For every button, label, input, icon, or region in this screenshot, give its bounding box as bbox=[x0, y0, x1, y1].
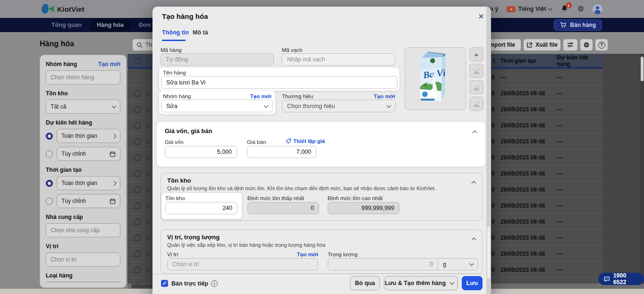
direct-sale-checkbox[interactable]: ✓ bbox=[161, 280, 168, 287]
vertical-scrollbar-thumb[interactable] bbox=[641, 57, 644, 81]
nav-item-tong-quan[interactable]: Tổng quan bbox=[45, 19, 88, 31]
weight-input[interactable]: 0 bbox=[328, 259, 438, 270]
row-checkbox[interactable] bbox=[134, 138, 140, 144]
plus-icon: + bbox=[475, 50, 479, 59]
search-icon bbox=[136, 42, 143, 48]
cost-price-label: Giá vốn bbox=[165, 139, 184, 145]
help-button[interactable]: ? bbox=[595, 39, 608, 51]
divider bbox=[46, 282, 120, 282]
nav-item-hang-hoa[interactable]: Hàng hóa bbox=[91, 19, 130, 31]
support-hotline-chip[interactable]: 1900 6522 bbox=[598, 273, 644, 285]
filter-group-input[interactable]: Chọn nhóm hàng bbox=[46, 70, 120, 84]
header-expected[interactable]: Dự kiến hết hàng bbox=[557, 54, 603, 67]
barcode-input[interactable]: Nhập mã vạch bbox=[282, 53, 395, 66]
brand-logo[interactable]: KiotViet bbox=[42, 3, 85, 15]
favorite-star-icon[interactable]: ☆ bbox=[145, 235, 152, 241]
collapse-section-icon[interactable] bbox=[473, 131, 477, 135]
header-created[interactable]: Thời gian tạo bbox=[500, 58, 536, 64]
brand-label: Thương hiệu bbox=[282, 93, 313, 99]
filter-group-create-link[interactable]: Tạo mới bbox=[98, 61, 120, 67]
save-and-new-button[interactable]: Lưu & Tạo thêm hàng bbox=[384, 276, 447, 290]
favorite-star-icon[interactable]: ☆ bbox=[145, 122, 152, 129]
row-checkbox[interactable] bbox=[134, 251, 140, 257]
sale-price-input[interactable]: 7,000 bbox=[247, 146, 316, 158]
settings-gear-icon[interactable]: ⚙ bbox=[577, 5, 584, 13]
forecast-custom-radio[interactable] bbox=[46, 151, 53, 158]
onhand-input[interactable]: 240 bbox=[165, 202, 237, 214]
created-alltime-radio[interactable] bbox=[46, 180, 53, 187]
vertical-scrollbar-track[interactable] bbox=[640, 54, 644, 294]
row-checkbox[interactable] bbox=[134, 122, 140, 128]
kiotviet-logo-icon bbox=[42, 3, 54, 15]
favorite-star-icon[interactable]: ☆ bbox=[145, 251, 152, 257]
brand-select[interactable]: Chọn thương hiệu bbox=[282, 100, 396, 112]
favorite-star-icon[interactable]: ☆ bbox=[145, 138, 152, 145]
location-create-link[interactable]: Tạo mới bbox=[290, 252, 318, 257]
tab-thong-tin[interactable]: Thông tin bbox=[162, 29, 189, 36]
notifications-button[interactable]: 1 bbox=[560, 5, 569, 13]
filter-supplier-input[interactable]: Chọn nhà cung cấp bbox=[46, 223, 120, 237]
price-setup-link[interactable]: Thiết lập giá bbox=[286, 138, 325, 144]
row-checkbox[interactable] bbox=[134, 154, 140, 160]
row-checkbox[interactable] bbox=[134, 202, 140, 209]
select-all-checkbox[interactable] bbox=[134, 58, 140, 64]
forecast-alltime-option[interactable]: Toàn thời gian bbox=[57, 129, 120, 143]
modal-scrollbar-thumb[interactable] bbox=[487, 227, 490, 278]
row-created: 26/09/2025 09:48 bbox=[500, 202, 545, 209]
row-checkbox[interactable] bbox=[134, 186, 140, 193]
favorite-star-icon[interactable]: ☆ bbox=[145, 154, 152, 161]
add-image-button[interactable]: + bbox=[469, 47, 483, 61]
row-checkbox[interactable] bbox=[134, 106, 140, 112]
group-select[interactable]: Sữa bbox=[161, 100, 273, 112]
favorite-star-icon[interactable]: ☆ bbox=[145, 202, 152, 209]
save-options-dropdown-button[interactable] bbox=[446, 276, 458, 290]
favorite-star-icon[interactable]: ☆ bbox=[145, 186, 152, 193]
row-checkbox[interactable] bbox=[134, 170, 140, 176]
image-placeholder[interactable] bbox=[469, 64, 483, 78]
table-settings-button[interactable]: ⚙ bbox=[580, 39, 593, 51]
row-checkbox[interactable] bbox=[134, 218, 140, 225]
tab-mo-ta[interactable]: Mô tả bbox=[193, 29, 208, 36]
filter-location-input[interactable]: Chọn vị trí bbox=[46, 252, 120, 267]
close-icon[interactable]: ✕ bbox=[476, 12, 486, 21]
favorite-star-icon[interactable]: ☆ bbox=[145, 170, 152, 177]
created-custom-radio[interactable] bbox=[46, 198, 53, 205]
image-placeholder[interactable] bbox=[469, 80, 483, 94]
forecast-alltime-radio[interactable] bbox=[46, 133, 53, 140]
collapse-section-icon[interactable] bbox=[472, 238, 476, 243]
group-create-link[interactable]: Tạo mới bbox=[250, 93, 271, 99]
language-selector[interactable]: ★ Tiếng Việt bbox=[507, 6, 551, 12]
forecast-custom-option[interactable]: Tùy chỉnh bbox=[57, 147, 120, 161]
modal-footer: ✓ Bán trực tiếp i Bỏ qua Lưu & Tạo thêm … bbox=[153, 274, 491, 294]
chevron-down-icon bbox=[264, 103, 269, 108]
name-input[interactable]: Sữa tươi Ba Vi bbox=[161, 76, 398, 89]
row-checkbox[interactable] bbox=[134, 267, 140, 273]
spotlight-name-field: Tên hàng Sữa tươi Ba Vi bbox=[159, 67, 399, 91]
created-custom-option[interactable]: Tùy chỉnh bbox=[57, 194, 120, 208]
favorite-star-icon[interactable]: ☆ bbox=[145, 58, 152, 64]
image-placeholder[interactable] bbox=[469, 97, 483, 111]
column-settings-button[interactable] bbox=[563, 39, 578, 51]
favorite-star-icon[interactable]: ☆ bbox=[145, 218, 152, 225]
filter-stock-select[interactable]: Tất cả bbox=[46, 100, 120, 114]
save-button[interactable]: Lưu bbox=[462, 276, 483, 290]
row-expected: --- bbox=[557, 90, 562, 97]
collapse-section-icon[interactable] bbox=[472, 181, 476, 186]
export-file-button[interactable]: Xuất file bbox=[523, 39, 561, 51]
code-input[interactable]: Tự động bbox=[161, 53, 274, 66]
location-select[interactable]: Chọn vị trí bbox=[167, 258, 318, 270]
user-avatar[interactable] bbox=[593, 4, 602, 14]
row-checkbox[interactable] bbox=[134, 90, 140, 96]
favorite-star-icon[interactable]: ☆ bbox=[145, 267, 152, 273]
favorite-star-icon[interactable]: ☆ bbox=[145, 90, 152, 97]
cost-price-input[interactable]: 5,000 bbox=[165, 146, 237, 158]
row-checkbox[interactable] bbox=[134, 235, 140, 241]
product-image-box[interactable]: Ba Vì bbox=[405, 47, 466, 110]
favorite-star-icon[interactable]: ☆ bbox=[145, 106, 152, 113]
weight-unit-select[interactable]: g bbox=[438, 259, 478, 270]
brand-create-link[interactable]: Tạo mới bbox=[367, 93, 395, 99]
skip-button[interactable]: Bỏ qua bbox=[350, 276, 380, 290]
sell-button[interactable]: Bán hàng bbox=[554, 19, 602, 31]
info-icon[interactable]: i bbox=[211, 280, 218, 287]
created-alltime-option[interactable]: Toàn thời gian bbox=[57, 176, 120, 190]
